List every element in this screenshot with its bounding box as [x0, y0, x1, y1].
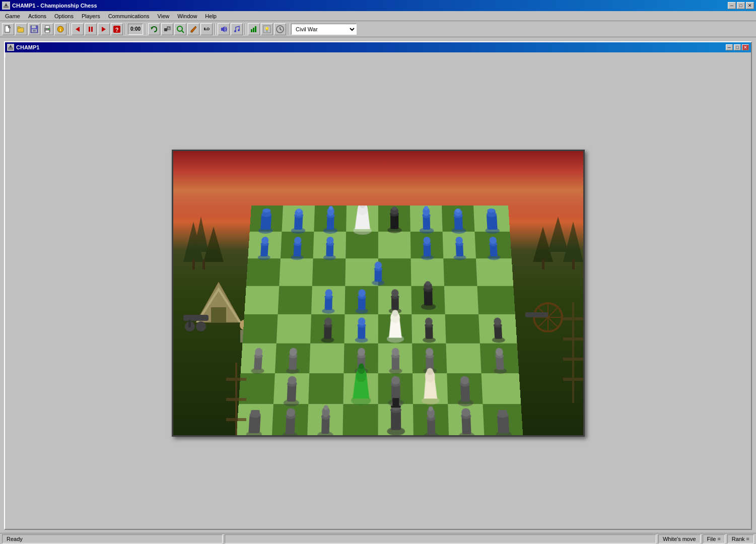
svg-rect-355 — [563, 358, 583, 361]
svg-rect-18 — [91, 27, 93, 32]
svg-rect-7 — [32, 26, 36, 28]
svg-rect-337 — [392, 398, 399, 406]
svg-rect-9 — [33, 30, 36, 32]
menu-bar: Game Actions Options Players Communicati… — [0, 11, 756, 21]
help-button[interactable]: ? — [111, 23, 123, 35]
music-button[interactable] — [231, 23, 243, 35]
new-button[interactable] — [2, 23, 14, 35]
svg-rect-11 — [45, 26, 49, 28]
svg-rect-117 — [346, 232, 378, 258]
separator-1 — [68, 24, 70, 35]
undo-button[interactable] — [148, 23, 160, 35]
inner-restore-button[interactable]: □ — [734, 44, 741, 50]
save-button[interactable] — [28, 23, 40, 35]
svg-rect-130 — [244, 286, 279, 314]
title-bar-buttons: ─ □ ✕ — [728, 2, 754, 9]
svg-rect-50 — [542, 259, 544, 269]
restore-button[interactable]: □ — [737, 2, 745, 9]
toolbar: i ? 0:00 — [0, 21, 756, 37]
theme-select[interactable]: Civil War Classic Fantasy Space — [291, 24, 357, 35]
print-button[interactable] — [41, 23, 53, 35]
svg-rect-148 — [309, 344, 344, 373]
svg-line-39 — [280, 29, 282, 30]
svg-rect-323 — [250, 410, 259, 416]
svg-marker-47 — [533, 227, 553, 262]
separator-4 — [215, 24, 216, 35]
status-file: File = — [703, 534, 725, 543]
separator-5 — [245, 24, 246, 35]
trees-right — [533, 181, 583, 282]
chess-board-frame[interactable] — [172, 150, 585, 437]
svg-marker-49 — [563, 222, 583, 262]
svg-rect-354 — [563, 337, 583, 341]
svg-rect-34 — [255, 26, 256, 32]
menu-help[interactable]: Help — [201, 12, 221, 20]
rotate-button[interactable]: ⟳ — [161, 23, 173, 35]
svg-point-26 — [177, 26, 182, 31]
left-cannon — [181, 307, 221, 333]
menu-view[interactable]: View — [154, 12, 174, 20]
svg-rect-152 — [446, 344, 481, 373]
svg-rect-0 — [4, 6, 9, 8]
menu-window[interactable]: Window — [173, 12, 201, 20]
fence-right — [563, 302, 583, 403]
svg-rect-51 — [572, 259, 575, 269]
svg-rect-66 — [525, 312, 548, 317]
inner-minimize-button[interactable]: ─ — [726, 44, 733, 50]
status-rank: Rank = — [727, 534, 754, 543]
menu-players[interactable]: Players — [78, 12, 104, 20]
back-button[interactable] — [72, 23, 84, 35]
inner-window-title: CHAMP1 — [16, 44, 39, 50]
separator-3 — [145, 24, 146, 35]
edit-button[interactable] — [187, 23, 199, 35]
forward-button[interactable] — [98, 23, 110, 35]
svg-point-31 — [238, 29, 240, 31]
pause-button[interactable] — [85, 23, 97, 35]
sound-button[interactable] — [218, 23, 230, 35]
svg-text:⟳: ⟳ — [167, 26, 170, 30]
inner-close-button[interactable]: ✕ — [742, 44, 749, 50]
svg-point-30 — [234, 30, 236, 32]
analyze-button[interactable] — [174, 23, 186, 35]
close-button[interactable]: ✕ — [746, 2, 754, 9]
svg-rect-156 — [308, 373, 343, 404]
app-title: CHAMP1 - Championship Chess — [12, 3, 97, 9]
status-white-move: White's move — [658, 534, 701, 543]
separator-2 — [125, 24, 126, 35]
open-button[interactable] — [15, 23, 27, 35]
clock-button[interactable] — [274, 23, 286, 35]
svg-rect-33 — [253, 28, 254, 32]
svg-rect-122 — [246, 258, 280, 286]
svg-marker-1 — [5, 3, 8, 6]
svg-rect-356 — [563, 378, 583, 381]
hint-button[interactable]: 💡 — [261, 23, 273, 35]
svg-marker-19 — [102, 27, 106, 32]
minimize-button[interactable]: ─ — [728, 2, 736, 9]
svg-text:?: ? — [115, 27, 119, 33]
svg-text:i: i — [60, 27, 61, 32]
svg-rect-124 — [312, 258, 345, 286]
svg-rect-165 — [342, 404, 378, 437]
menu-game[interactable]: Game — [1, 12, 24, 20]
extra-btn[interactable]: i — [54, 23, 66, 35]
svg-rect-138 — [242, 314, 278, 344]
svg-rect-118 — [378, 232, 410, 258]
svg-rect-353 — [563, 317, 583, 320]
svg-rect-13 — [48, 29, 49, 30]
main-area: CHAMP1 ─ □ ✕ — [0, 37, 756, 544]
chessboard[interactable] — [251, 206, 508, 417]
svg-rect-129 — [475, 258, 513, 286]
menu-communications[interactable]: Communications — [104, 12, 154, 20]
ilo-button[interactable]: ILO — [200, 23, 213, 35]
inner-app-icon — [7, 44, 14, 51]
svg-rect-128 — [443, 258, 477, 286]
svg-rect-17 — [89, 27, 90, 32]
graph-button[interactable] — [248, 23, 260, 35]
menu-actions[interactable]: Actions — [24, 12, 50, 20]
menu-options[interactable]: Options — [50, 12, 78, 20]
svg-marker-48 — [548, 217, 568, 252]
svg-rect-136 — [444, 286, 478, 314]
svg-marker-28 — [191, 26, 196, 32]
chess-container — [5, 57, 751, 529]
svg-rect-57 — [183, 315, 209, 321]
